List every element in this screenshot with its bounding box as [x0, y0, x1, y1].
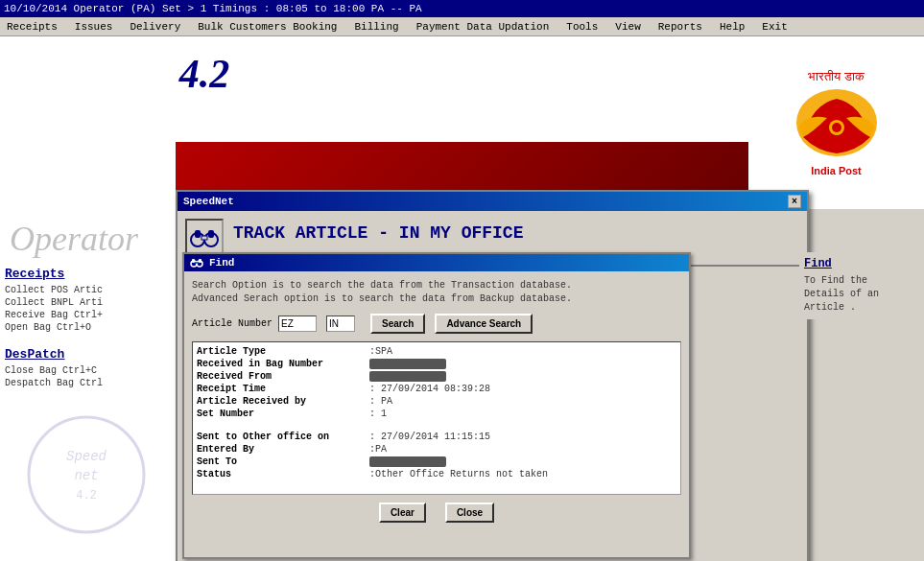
result-value: : 1 — [369, 409, 387, 419]
result-value: : 27/09/2014 08:39:28 — [369, 384, 490, 394]
menu-reports[interactable]: Reports — [655, 20, 705, 34]
menu-issues[interactable]: Issues — [72, 20, 116, 34]
menu-bulk[interactable]: Bulk Customers Booking — [195, 20, 340, 34]
operator-text: Operator — [0, 214, 176, 264]
watermark: Speed net 4.2 — [19, 408, 154, 542]
result-row: Sent to Other office on: 27/09/2014 11:1… — [197, 432, 676, 442]
result-label: Status — [197, 469, 369, 479]
find-dialog: Find Search Option is to search the data… — [182, 252, 691, 559]
result-label: Sent to Other office on — [197, 432, 369, 442]
result-value: :XXXXXXXXXX — [369, 359, 446, 369]
menu-payment[interactable]: Payment Data Updation — [414, 20, 553, 34]
result-row: Sent To:XXXXXXXXXX — [197, 456, 676, 467]
bottom-buttons: Clear Close — [192, 503, 681, 523]
find-binoculars-icon — [190, 256, 203, 269]
result-label: Article Received by — [197, 396, 369, 407]
article-number-label: Article Number — [192, 318, 272, 329]
close-button[interactable]: Close — [445, 503, 494, 523]
menu-help[interactable]: Help — [717, 20, 747, 34]
menu-billing[interactable]: Billing — [351, 20, 401, 34]
svg-rect-10 — [195, 230, 201, 238]
menu-tools[interactable]: Tools — [563, 20, 601, 34]
find-body: Search Option is to search the data from… — [184, 271, 689, 530]
result-row: Article Received by: PA — [197, 396, 676, 407]
hindi-text: भारतीय डाक — [808, 69, 865, 84]
result-row: Receipt Time: 27/09/2014 08:39:28 — [197, 384, 676, 394]
find-desc-line1: Search Option is to search the data from… — [192, 279, 681, 292]
advance-search-button[interactable]: Advance Search — [435, 314, 533, 334]
receipts-section: Receipts Collect POS Artic Collect BNPL … — [5, 267, 176, 333]
result-label: Sent To — [197, 456, 369, 467]
menu-bar: Receipts Issues Delivery Bulk Customers … — [0, 17, 924, 36]
result-label: Article Type — [197, 346, 369, 357]
despatch-section: DesPatch Close Bag Ctrl+C Despatch Bag C… — [5, 347, 176, 388]
find-dialog-title: Find — [209, 257, 234, 269]
track-close-button[interactable]: × — [788, 195, 801, 208]
find-dialog-titlebar: Find — [184, 254, 689, 271]
result-value: :SPA — [369, 346, 392, 357]
find-panel-title: Find — [804, 257, 910, 270]
article-suffix-input[interactable] — [326, 316, 355, 332]
svg-rect-16 — [199, 259, 201, 263]
menu-view[interactable]: View — [612, 20, 643, 34]
svg-text:Speed: Speed — [66, 449, 107, 464]
article-row: Article Number Search Advance Search — [192, 314, 681, 334]
india-post-logo: भारतीय डाक India Post — [748, 36, 924, 209]
main-area: Speednet 4.2 भारतीय डाक India Post Opera… — [0, 36, 924, 561]
find-description: Search Option is to search the data from… — [192, 279, 681, 306]
find-panel: Find To Find the Details of an Article . — [799, 252, 914, 319]
nav-open-bag[interactable]: Open Bag Ctrl+O — [5, 322, 176, 333]
search-button[interactable]: Search — [370, 314, 425, 334]
result-label: Entered By — [197, 444, 369, 455]
result-label: Received in Bag Number — [197, 359, 369, 369]
despatch-title[interactable]: DesPatch — [5, 347, 176, 362]
menu-delivery[interactable]: Delivery — [127, 20, 183, 34]
sidebar-nav: Receipts Collect POS Artic Collect BNPL … — [5, 267, 176, 403]
result-row: Set Number: 1 — [197, 409, 676, 419]
nav-close-bag[interactable]: Close Bag Ctrl+C — [5, 365, 176, 376]
svg-rect-9 — [201, 236, 207, 240]
clear-button[interactable]: Clear — [379, 503, 426, 523]
india-post-emblem — [794, 84, 880, 161]
result-value: : 27/09/2014 11:15:15 — [369, 432, 490, 442]
track-window-title: SpeedNet — [183, 196, 234, 207]
svg-point-2 — [832, 123, 841, 132]
article-prefix-input[interactable] — [278, 316, 317, 332]
result-label: Receipt Time — [197, 384, 369, 394]
result-value: :XXXXXXXXXX — [369, 456, 446, 467]
result-row: Received From:XXXXXXXXXX — [197, 371, 676, 382]
result-value: : PA — [369, 396, 392, 407]
menu-exit[interactable]: Exit — [759, 20, 790, 34]
india-post-text: India Post — [811, 165, 862, 176]
result-value: :Other Office Returns not taken — [369, 469, 548, 479]
result-label: Received From — [197, 371, 369, 382]
result-value: :XXXXXXXXXX — [369, 371, 446, 382]
result-row: Received in Bag Number:XXXXXXXXXX — [197, 359, 676, 369]
svg-rect-15 — [192, 259, 195, 263]
nav-receive-bag[interactable]: Receive Bag Ctrl+ — [5, 310, 176, 320]
result-label: Set Number — [197, 409, 369, 419]
nav-despatch-bag[interactable]: Despatch Bag Ctrl — [5, 378, 176, 388]
menu-receipts[interactable]: Receipts — [4, 20, 60, 34]
find-panel-description: To Find the Details of an Article . — [804, 274, 910, 315]
result-row: Entered By:PA — [197, 444, 676, 455]
svg-rect-11 — [208, 230, 214, 238]
svg-rect-14 — [196, 262, 199, 264]
sidebar: Operator Receipts Collect POS Artic Coll… — [0, 36, 176, 561]
title-bar: 10/10/2014 Operator (PA) Set > 1 Timings… — [0, 0, 924, 17]
results-area: Article Type:SPAReceived in Bag Number:X… — [192, 341, 681, 495]
find-desc-line2: Advanced Serach option is to search the … — [192, 292, 681, 306]
track-icon — [185, 219, 224, 257]
svg-text:4.2: 4.2 — [76, 489, 97, 503]
result-value: :PA — [369, 444, 387, 455]
receipts-title[interactable]: Receipts — [5, 267, 176, 281]
track-heading: TRACK ARTICLE - IN MY OFFICE — [233, 219, 523, 257]
result-row: Status:Other Office Returns not taken — [197, 469, 676, 479]
nav-collect-pos[interactable]: Collect POS Artic — [5, 285, 176, 295]
track-title-bar: SpeedNet × — [178, 192, 807, 211]
result-row: Article Type:SPA — [197, 346, 676, 357]
nav-collect-bnpl[interactable]: Collect BNPL Arti — [5, 297, 176, 308]
title-text: 10/10/2014 Operator (PA) Set > 1 Timings… — [4, 3, 422, 14]
svg-text:net: net — [74, 468, 98, 483]
